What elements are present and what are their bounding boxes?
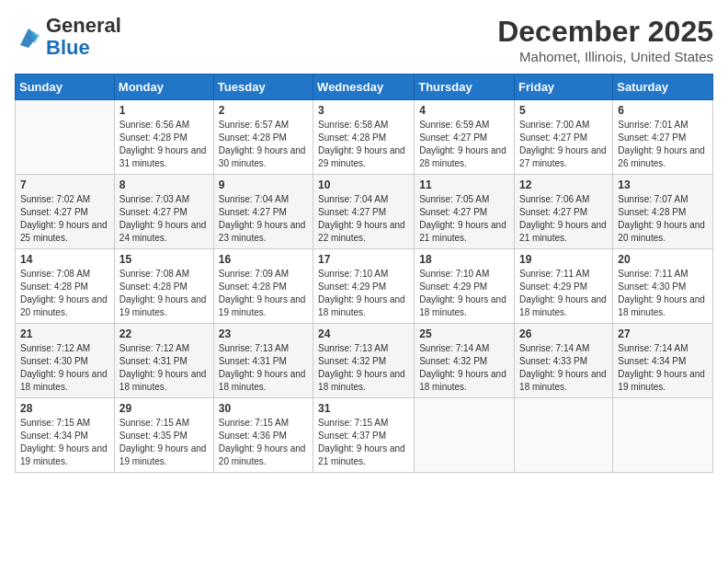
- day-number: 9: [219, 178, 308, 191]
- calendar-cell: 23Sunrise: 7:13 AMSunset: 4:31 PMDayligh…: [213, 324, 313, 398]
- calendar-cell: [415, 398, 515, 473]
- day-info: Sunrise: 6:59 AMSunset: 4:27 PMDaylight:…: [419, 119, 509, 170]
- day-info: Sunrise: 7:05 AMSunset: 4:27 PMDaylight:…: [419, 193, 509, 245]
- day-info: Sunrise: 7:15 AMSunset: 4:35 PMDaylight:…: [119, 417, 209, 468]
- calendar-cell: 9Sunrise: 7:04 AMSunset: 4:27 PMDaylight…: [213, 175, 313, 249]
- logo-blue-text: Blue: [46, 37, 121, 59]
- calendar-cell: [515, 398, 613, 473]
- day-number: 1: [119, 104, 209, 117]
- day-info: Sunrise: 6:58 AMSunset: 4:28 PMDaylight:…: [318, 119, 409, 170]
- day-number: 26: [519, 327, 608, 340]
- day-number: 13: [618, 178, 708, 191]
- day-number: 20: [618, 253, 708, 266]
- day-info: Sunrise: 7:11 AMSunset: 4:29 PMDaylight:…: [519, 268, 608, 319]
- calendar-cell: 6Sunrise: 7:01 AMSunset: 4:27 PMDaylight…: [613, 100, 713, 175]
- calendar-cell: 16Sunrise: 7:09 AMSunset: 4:28 PMDayligh…: [213, 249, 313, 324]
- day-info: Sunrise: 7:11 AMSunset: 4:30 PMDaylight:…: [618, 268, 708, 319]
- month-year-title: December 2025: [497, 15, 713, 49]
- calendar-cell: 7Sunrise: 7:02 AMSunset: 4:27 PMDaylight…: [16, 175, 115, 249]
- day-info: Sunrise: 7:15 AMSunset: 4:36 PMDaylight:…: [219, 417, 308, 468]
- calendar-week-row: 1Sunrise: 6:56 AMSunset: 4:28 PMDaylight…: [16, 100, 713, 175]
- col-monday: Monday: [114, 75, 213, 100]
- day-number: 27: [618, 327, 708, 340]
- calendar-cell: 21Sunrise: 7:12 AMSunset: 4:30 PMDayligh…: [16, 324, 115, 398]
- day-info: Sunrise: 7:03 AMSunset: 4:27 PMDaylight:…: [119, 193, 209, 245]
- day-number: 2: [219, 104, 308, 117]
- col-sunday: Sunday: [16, 75, 115, 100]
- calendar-cell: 19Sunrise: 7:11 AMSunset: 4:29 PMDayligh…: [515, 249, 613, 324]
- day-info: Sunrise: 7:09 AMSunset: 4:28 PMDaylight:…: [219, 268, 308, 319]
- col-wednesday: Wednesday: [313, 75, 415, 100]
- col-saturday: Saturday: [613, 75, 713, 100]
- day-number: 4: [419, 104, 509, 117]
- day-info: Sunrise: 7:14 AMSunset: 4:32 PMDaylight:…: [419, 342, 509, 394]
- calendar-cell: 15Sunrise: 7:08 AMSunset: 4:28 PMDayligh…: [114, 249, 213, 324]
- day-info: Sunrise: 7:15 AMSunset: 4:34 PMDaylight:…: [20, 417, 109, 468]
- calendar-cell: 25Sunrise: 7:14 AMSunset: 4:32 PMDayligh…: [415, 324, 515, 398]
- calendar-week-row: 21Sunrise: 7:12 AMSunset: 4:30 PMDayligh…: [16, 324, 713, 398]
- day-info: Sunrise: 7:04 AMSunset: 4:27 PMDaylight:…: [219, 193, 308, 245]
- logo-icon: [15, 23, 42, 51]
- day-info: Sunrise: 7:12 AMSunset: 4:30 PMDaylight:…: [20, 342, 109, 394]
- col-thursday: Thursday: [415, 75, 515, 100]
- day-info: Sunrise: 7:01 AMSunset: 4:27 PMDaylight:…: [618, 119, 708, 170]
- col-friday: Friday: [515, 75, 613, 100]
- calendar-cell: 31Sunrise: 7:15 AMSunset: 4:37 PMDayligh…: [313, 398, 415, 473]
- day-number: 18: [419, 253, 509, 266]
- day-info: Sunrise: 7:08 AMSunset: 4:28 PMDaylight:…: [20, 268, 109, 319]
- calendar-cell: 29Sunrise: 7:15 AMSunset: 4:35 PMDayligh…: [114, 398, 213, 473]
- calendar-cell: 22Sunrise: 7:12 AMSunset: 4:31 PMDayligh…: [114, 324, 213, 398]
- day-number: 31: [318, 402, 409, 415]
- day-number: 15: [119, 253, 209, 266]
- day-info: Sunrise: 7:06 AMSunset: 4:27 PMDaylight:…: [519, 193, 608, 245]
- calendar-cell: 17Sunrise: 7:10 AMSunset: 4:29 PMDayligh…: [313, 249, 415, 324]
- day-number: 21: [20, 327, 109, 340]
- calendar-cell: 8Sunrise: 7:03 AMSunset: 4:27 PMDaylight…: [114, 175, 213, 249]
- day-info: Sunrise: 7:08 AMSunset: 4:28 PMDaylight:…: [119, 268, 209, 319]
- calendar-body: 1Sunrise: 6:56 AMSunset: 4:28 PMDaylight…: [16, 100, 713, 473]
- calendar-cell: 20Sunrise: 7:11 AMSunset: 4:30 PMDayligh…: [613, 249, 713, 324]
- day-number: 14: [20, 253, 109, 266]
- calendar-week-row: 14Sunrise: 7:08 AMSunset: 4:28 PMDayligh…: [16, 249, 713, 324]
- day-number: 3: [318, 104, 409, 117]
- day-number: 24: [318, 327, 409, 340]
- day-number: 12: [519, 178, 608, 191]
- calendar-cell: 5Sunrise: 7:00 AMSunset: 4:27 PMDaylight…: [515, 100, 613, 175]
- calendar-cell: 4Sunrise: 6:59 AMSunset: 4:27 PMDaylight…: [415, 100, 515, 175]
- calendar-cell: 2Sunrise: 6:57 AMSunset: 4:28 PMDaylight…: [213, 100, 313, 175]
- day-number: 11: [419, 178, 509, 191]
- day-info: Sunrise: 7:04 AMSunset: 4:27 PMDaylight:…: [318, 193, 409, 245]
- day-number: 23: [219, 327, 308, 340]
- day-number: 16: [219, 253, 308, 266]
- day-number: 25: [419, 327, 509, 340]
- day-number: 29: [119, 402, 209, 415]
- day-info: Sunrise: 7:15 AMSunset: 4:37 PMDaylight:…: [318, 417, 409, 468]
- day-info: Sunrise: 7:13 AMSunset: 4:31 PMDaylight:…: [219, 342, 308, 394]
- calendar-cell: 10Sunrise: 7:04 AMSunset: 4:27 PMDayligh…: [313, 175, 415, 249]
- day-number: 10: [318, 178, 409, 191]
- day-number: 30: [219, 402, 308, 415]
- day-number: 28: [20, 402, 109, 415]
- day-info: Sunrise: 7:02 AMSunset: 4:27 PMDaylight:…: [20, 193, 109, 245]
- page-header: General Blue December 2025 Mahomet, Illi…: [15, 15, 713, 64]
- weekday-row: Sunday Monday Tuesday Wednesday Thursday…: [16, 75, 713, 100]
- calendar-cell: 24Sunrise: 7:13 AMSunset: 4:32 PMDayligh…: [313, 324, 415, 398]
- calendar-cell: 14Sunrise: 7:08 AMSunset: 4:28 PMDayligh…: [16, 249, 115, 324]
- calendar-cell: 13Sunrise: 7:07 AMSunset: 4:28 PMDayligh…: [613, 175, 713, 249]
- day-info: Sunrise: 7:07 AMSunset: 4:28 PMDaylight:…: [618, 193, 708, 245]
- calendar-cell: 28Sunrise: 7:15 AMSunset: 4:34 PMDayligh…: [16, 398, 115, 473]
- calendar-cell: 18Sunrise: 7:10 AMSunset: 4:29 PMDayligh…: [415, 249, 515, 324]
- calendar-cell: [613, 398, 713, 473]
- day-info: Sunrise: 7:13 AMSunset: 4:32 PMDaylight:…: [318, 342, 409, 394]
- day-info: Sunrise: 7:14 AMSunset: 4:34 PMDaylight:…: [618, 342, 708, 394]
- day-info: Sunrise: 7:12 AMSunset: 4:31 PMDaylight:…: [119, 342, 209, 394]
- calendar-cell: 30Sunrise: 7:15 AMSunset: 4:36 PMDayligh…: [213, 398, 313, 473]
- calendar-cell: 12Sunrise: 7:06 AMSunset: 4:27 PMDayligh…: [515, 175, 613, 249]
- calendar-header: Sunday Monday Tuesday Wednesday Thursday…: [16, 75, 713, 100]
- day-info: Sunrise: 7:10 AMSunset: 4:29 PMDaylight:…: [318, 268, 409, 319]
- day-info: Sunrise: 7:10 AMSunset: 4:29 PMDaylight:…: [419, 268, 509, 319]
- calendar-week-row: 7Sunrise: 7:02 AMSunset: 4:27 PMDaylight…: [16, 175, 713, 249]
- col-tuesday: Tuesday: [213, 75, 313, 100]
- day-number: 22: [119, 327, 209, 340]
- calendar-cell: 26Sunrise: 7:14 AMSunset: 4:33 PMDayligh…: [515, 324, 613, 398]
